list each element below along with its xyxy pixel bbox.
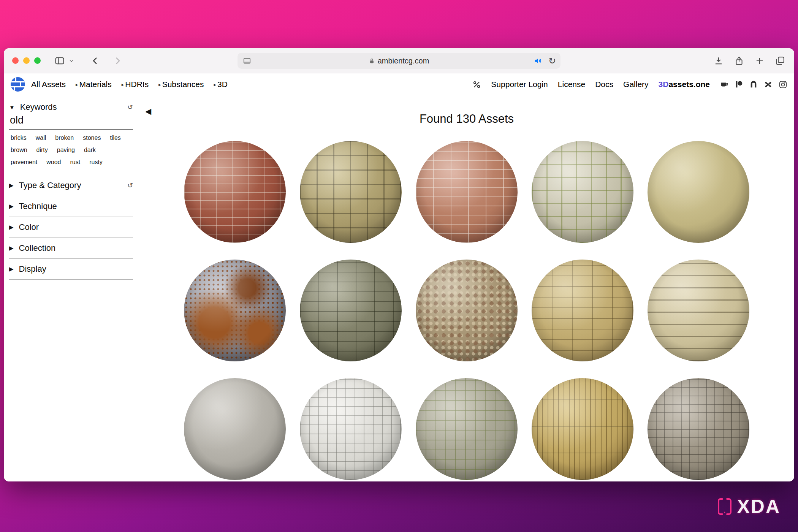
nav-item-label: Materials: [79, 80, 112, 89]
material-sphere-red-bricks[interactable]: [184, 141, 286, 243]
material-sphere-old-wood-planks[interactable]: [648, 260, 749, 361]
keyword-tags: brickswallbrokenstonestilesbrowndirtypav…: [9, 130, 133, 175]
header-link-supporter-login[interactable]: Supporter Login: [491, 80, 548, 89]
material-sphere-pink-bricks[interactable]: [416, 141, 518, 243]
brand-link-3dassets-one[interactable]: 3Dassets.one: [659, 80, 710, 89]
browser-toolbar: ambientcg.com ↻: [4, 48, 794, 73]
keywords-section-header[interactable]: ▼ Keywords ↺: [9, 99, 133, 114]
xda-watermark: XDA: [717, 496, 781, 518]
results-area: ◀ Found 130 Assets: [139, 95, 794, 481]
filter-section-collection[interactable]: ▶Collection: [9, 238, 133, 259]
nav-item-hdris[interactable]: ▸HDRIs: [122, 80, 149, 89]
filter-section-technique[interactable]: ▶Technique: [9, 196, 133, 217]
browser-window: ambientcg.com ↻: [4, 48, 794, 481]
filter-sidebar: ▼ Keywords ↺ brickswallbrokenstonestiles…: [4, 95, 139, 481]
nav-item-all-assets[interactable]: All Assets: [31, 80, 66, 89]
header-link-license[interactable]: License: [558, 80, 585, 89]
keyword-tag-pavement[interactable]: pavement: [11, 159, 37, 166]
nav-item-3d[interactable]: ▸3D: [214, 80, 227, 89]
zoom-window-button[interactable]: [34, 57, 41, 64]
filter-section-label: Collection: [19, 243, 56, 253]
keyword-tag-brown[interactable]: brown: [11, 147, 27, 154]
filter-section-type-category[interactable]: ▶Type & Category↺: [9, 175, 133, 196]
brand-accent: 3D: [659, 80, 669, 89]
keyword-tag-rusty[interactable]: rusty: [89, 159, 103, 166]
share-icon[interactable]: [734, 56, 744, 66]
reset-section-icon[interactable]: ↺: [127, 181, 133, 190]
forward-button[interactable]: [113, 56, 122, 65]
material-sphere-yellow-stone-blocks[interactable]: [300, 141, 402, 243]
material-sphere-yellow-stone-bricks[interactable]: [532, 260, 633, 361]
material-sphere-bamboo[interactable]: [532, 378, 633, 480]
lock-icon: [369, 58, 375, 64]
mute-audio-icon[interactable]: [534, 57, 542, 65]
keyword-tag-rust[interactable]: rust: [70, 159, 81, 166]
nav-arrow-icon: ▸: [76, 82, 78, 87]
filter-sections: ▶Type & Category↺▶Technique▶Color▶Collec…: [9, 175, 133, 280]
nav-item-label: Substances: [162, 80, 204, 89]
site-header: All Assets▸Materials▸HDRIs▸Substances▸3D…: [4, 73, 794, 95]
triangle-right-icon: ▶: [9, 266, 14, 272]
nav-item-materials[interactable]: ▸Materials: [76, 80, 112, 89]
site-body: ▼ Keywords ↺ brickswallbrokenstonestiles…: [4, 95, 794, 481]
keyword-tag-dark[interactable]: dark: [84, 147, 96, 154]
nav-arrow-icon: ▸: [158, 82, 161, 87]
xda-logo-text: XDA: [737, 496, 781, 518]
header-link-docs[interactable]: Docs: [595, 80, 613, 89]
keyword-tag-stones[interactable]: stones: [83, 135, 101, 141]
material-sphere-yellow-plaster[interactable]: [648, 141, 749, 243]
minimize-window-button[interactable]: [23, 57, 30, 64]
header-right: Supporter LoginLicenseDocsGallery 3Dasse…: [472, 80, 787, 89]
filter-section-label: Display: [19, 264, 46, 274]
downloads-icon[interactable]: [714, 56, 724, 66]
header-links: Supporter LoginLicenseDocsGallery: [491, 80, 648, 89]
keyword-tag-broken[interactable]: broken: [55, 135, 74, 141]
material-sphere-mossy-white-stone-blocks[interactable]: [532, 141, 633, 243]
collapse-sidebar-icon[interactable]: ◀: [145, 107, 151, 116]
keyword-tag-bricks[interactable]: bricks: [11, 135, 27, 141]
keyword-tag-wood[interactable]: wood: [46, 159, 61, 166]
triangle-right-icon: ▶: [9, 224, 14, 231]
nav-item-label: All Assets: [31, 80, 66, 89]
triangle-right-icon: ▶: [9, 203, 14, 210]
new-tab-icon[interactable]: [755, 56, 765, 66]
reset-keywords-icon[interactable]: ↺: [127, 103, 133, 111]
filter-section-display[interactable]: ▶Display: [9, 259, 133, 280]
keywords-label: Keywords: [20, 102, 57, 112]
ambientcg-logo[interactable]: [11, 77, 25, 92]
filter-section-color[interactable]: ▶Color: [9, 217, 133, 238]
keyword-tag-tiles[interactable]: tiles: [110, 135, 120, 141]
sidebar-toggle-icon[interactable]: [54, 55, 65, 66]
nav-item-substances[interactable]: ▸Substances: [158, 80, 204, 89]
keyword-tag-paving[interactable]: paving: [57, 147, 75, 154]
results-count-title: Found 130 Assets: [139, 112, 794, 126]
material-sphere-gray-cobblestone[interactable]: [648, 378, 749, 480]
back-button[interactable]: [91, 56, 100, 65]
bluesky-icon[interactable]: [764, 81, 773, 89]
address-bar[interactable]: ambientcg.com ↻: [238, 53, 560, 69]
brand-rest: assets.one: [668, 80, 710, 89]
patreon-icon[interactable]: [735, 80, 743, 89]
material-sphere-green-stone-bricks[interactable]: [300, 260, 402, 361]
filter-section-label: Color: [19, 222, 39, 232]
keyword-tag-wall[interactable]: wall: [36, 135, 46, 141]
material-sphere-broken-white-tiles[interactable]: [300, 378, 402, 480]
keyword-tag-dirty[interactable]: dirty: [36, 147, 48, 154]
material-sphere-pebbles[interactable]: [416, 260, 518, 361]
xda-bracket-icon: [717, 497, 732, 516]
close-window-button[interactable]: [12, 57, 19, 64]
material-sphere-concrete[interactable]: [184, 378, 286, 480]
material-sphere-rusty-metal[interactable]: [184, 260, 286, 361]
tab-overview-icon[interactable]: [775, 56, 785, 66]
page-settings-icon[interactable]: [243, 57, 251, 65]
header-link-gallery[interactable]: Gallery: [623, 80, 649, 89]
kofi-icon[interactable]: [720, 80, 729, 89]
material-sphere-mossy-cobblestone[interactable]: [416, 378, 518, 480]
reload-icon[interactable]: ↻: [548, 56, 556, 65]
instagram-icon[interactable]: [779, 80, 787, 89]
percent-icon[interactable]: [472, 80, 481, 89]
chevron-down-icon[interactable]: [69, 58, 74, 63]
keyword-search-input[interactable]: [9, 114, 133, 130]
mastodon-icon[interactable]: [749, 80, 758, 89]
nav-arrow-icon: ▸: [122, 82, 124, 87]
